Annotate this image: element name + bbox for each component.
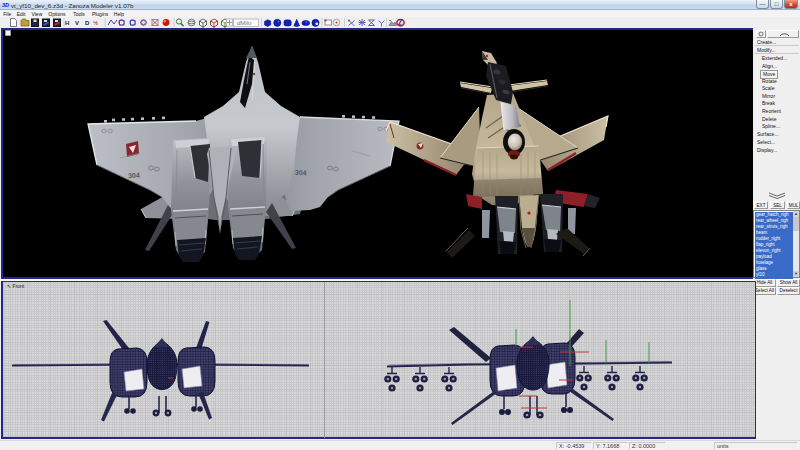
svg-text:H: H [65,20,69,26]
svg-text:Z: Z [397,18,403,27]
svg-text:dMilo: dMilo [237,20,252,26]
svg-text:304: 304 [128,172,140,180]
svg-text:½: ½ [93,20,98,26]
svg-text:304: 304 [295,169,307,177]
svg-text:V: V [75,20,79,26]
svg-text:D: D [85,20,90,26]
